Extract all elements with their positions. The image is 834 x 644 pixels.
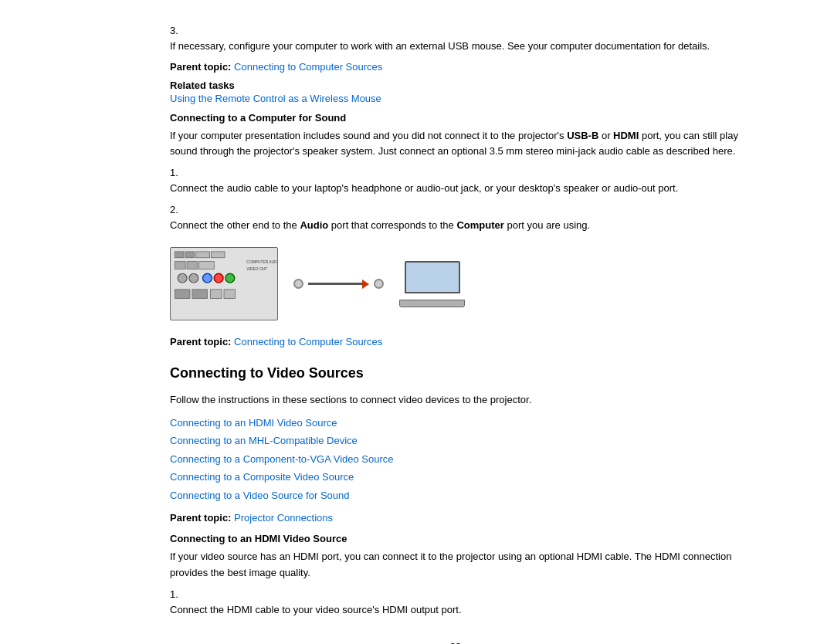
parent-topic-1: Parent topic: Connecting to Computer Sou…: [170, 59, 741, 75]
video-link-2[interactable]: Connecting to an MHL-Compatible Device: [170, 435, 358, 446]
svg-text:COMPUTER AUDIO: COMPUTER AUDIO: [246, 260, 278, 264]
content-area: 3. If necessary, configure your computer…: [170, 23, 741, 644]
video-link-3[interactable]: Connecting to a Component-to-VGA Video S…: [170, 453, 394, 465]
step1-text: Connect the audio cable to your laptop's…: [170, 181, 726, 196]
step2-text: Connect the other end to the Audio port …: [170, 218, 726, 233]
svg-point-8: [189, 274, 198, 283]
parent-topic-link-2[interactable]: Connecting to Computer Sources: [234, 336, 382, 347]
svg-text:VIDEO OUT: VIDEO OUT: [246, 268, 267, 272]
related-tasks: Related tasks Using the Remote Control a…: [170, 80, 741, 104]
cable-connector: [293, 279, 384, 289]
connector-right: [374, 279, 384, 289]
connector-left: [293, 279, 303, 289]
video-link-4[interactable]: Connecting to a Composite Video Source: [170, 471, 354, 483]
hdmi-body: If your video source has an HDMI port, y…: [170, 549, 741, 580]
svg-rect-5: [187, 262, 198, 269]
hdmi-step1: 1. Connect the HDMI cable to your video …: [170, 587, 741, 618]
video-link-item-4: Connecting to a Composite Video Source: [170, 468, 741, 486]
video-link-item-3: Connecting to a Component-to-VGA Video S…: [170, 450, 741, 468]
related-tasks-label: Related tasks: [170, 80, 741, 91]
laptop-icon: [399, 261, 465, 307]
page-number: 29: [170, 641, 741, 644]
step1: 1. Connect the audio cable to your lapto…: [170, 165, 741, 196]
svg-rect-12: [175, 290, 190, 299]
video-links-list: Connecting to an HDMI Video Source Conne…: [170, 414, 741, 504]
step1-num: 1.: [170, 165, 185, 181]
parent-topic-link-1[interactable]: Connecting to Computer Sources: [234, 61, 382, 73]
step2: 2. Connect the other end to the Audio po…: [170, 202, 741, 233]
cable-body: [308, 280, 369, 289]
svg-rect-14: [210, 290, 222, 299]
svg-rect-4: [175, 262, 185, 269]
page: 3. If necessary, configure your computer…: [0, 0, 834, 644]
svg-rect-1: [185, 252, 195, 258]
intro-item-3: 3. If necessary, configure your computer…: [170, 23, 741, 53]
step2-num: 2.: [170, 202, 185, 218]
parent-topic-label-projector: Parent topic:: [170, 512, 231, 524]
svg-rect-6: [199, 262, 215, 269]
related-tasks-link[interactable]: Using the Remote Control as a Wireless M…: [170, 93, 381, 104]
svg-rect-3: [211, 252, 225, 258]
section1-heading: Connecting to a Computer for Sound: [170, 112, 741, 124]
parent-topic-projector: Parent topic: Projector Connections: [170, 510, 741, 526]
svg-rect-15: [224, 290, 236, 299]
parent-topic-2: Parent topic: Connecting to Computer Sou…: [170, 334, 741, 350]
video-link-item-1: Connecting to an HDMI Video Source: [170, 414, 741, 432]
hdmi-step1-text: Connect the HDMI cable to your video sou…: [170, 602, 726, 618]
projector-back-panel: COMPUTER AUDIO VIDEO OUT: [170, 247, 278, 320]
hdmi-heading: Connecting to an HDMI Video Source: [170, 533, 741, 544]
section1-body: If your computer presentation includes s…: [170, 128, 741, 159]
svg-rect-0: [175, 252, 184, 258]
svg-point-7: [178, 274, 187, 283]
svg-point-11: [225, 274, 235, 283]
parent-topic-link-projector[interactable]: Projector Connections: [234, 512, 333, 524]
video-sources-heading: Connecting to Video Sources: [170, 365, 741, 385]
video-link-5[interactable]: Connecting to a Video Source for Sound: [170, 490, 349, 501]
svg-point-9: [203, 274, 212, 283]
video-intro: Follow the instructions in these section…: [170, 392, 741, 408]
video-link-1[interactable]: Connecting to an HDMI Video Source: [170, 417, 337, 429]
parent-topic-label-2: Parent topic:: [170, 336, 231, 347]
video-link-item-2: Connecting to an MHL-Compatible Device: [170, 432, 741, 449]
svg-rect-2: [196, 252, 210, 258]
video-link-item-5: Connecting to a Video Source for Sound: [170, 486, 741, 504]
diagram: COMPUTER AUDIO VIDEO OUT: [170, 247, 741, 320]
item-3-text: If necessary, configure your computer to…: [170, 39, 726, 54]
item-3-num: 3.: [170, 23, 185, 39]
svg-point-10: [214, 274, 223, 283]
hdmi-step1-num: 1.: [170, 587, 185, 602]
parent-topic-label-1: Parent topic:: [170, 61, 231, 73]
svg-rect-13: [192, 290, 208, 299]
